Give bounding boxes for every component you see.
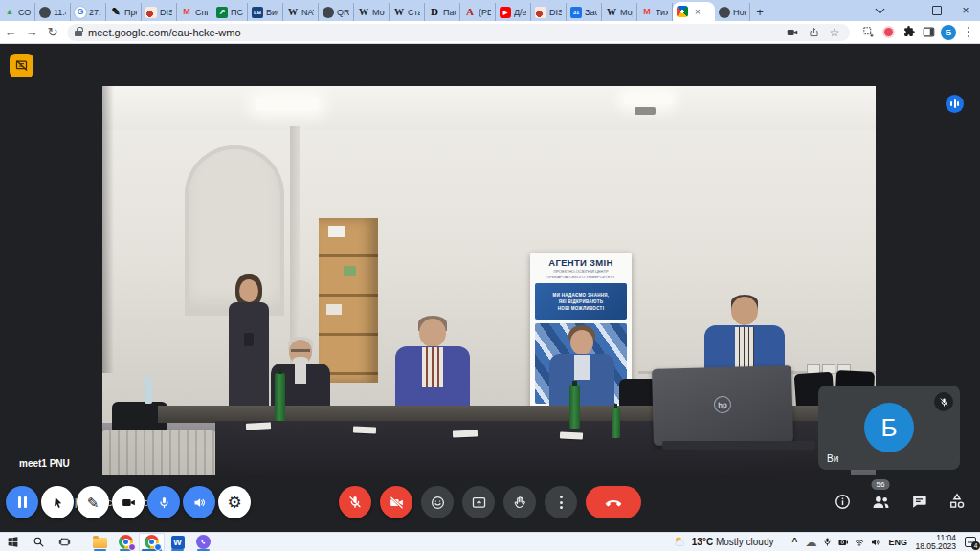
forward-button[interactable]: → [21, 22, 42, 43]
draw-tool-button[interactable]: ✎ [77, 486, 109, 518]
word-button[interactable]: W [165, 533, 190, 551]
extensions-row: Б [859, 24, 977, 41]
main-video-tile[interactable]: АГЕНТИ ЗМІН ПРОЕКТНО-ОСВІТНІЙ ЦЕНТР ПРИК… [102, 86, 876, 475]
address-bar[interactable]: meet.google.com/eau-hcke-wmo ☆ [67, 24, 850, 41]
browser-tab[interactable]: D Пас [425, 3, 460, 21]
browser-tab[interactable]: ▶ Д/е [496, 3, 531, 21]
browser-tab[interactable]: W NAT [283, 3, 319, 21]
browser-tab[interactable]: DIS [142, 3, 177, 21]
folder-icon [93, 538, 107, 548]
wall-pillar [290, 126, 300, 365]
activities-button[interactable] [946, 490, 969, 513]
recorder-settings-button[interactable]: ⚙ [218, 486, 251, 518]
mic-mute-button[interactable] [339, 486, 371, 518]
search-button[interactable] [26, 533, 52, 551]
room-ceiling [102, 86, 876, 130]
info-icon [834, 493, 852, 511]
browser-tab[interactable]: QRP [319, 3, 354, 21]
tab-title: Нов [733, 8, 746, 17]
chrome-profile2-button-active[interactable] [139, 533, 165, 551]
browser-tab[interactable]: W Мор [602, 3, 637, 21]
tab-close-icon[interactable]: × [695, 7, 701, 17]
more-options-button[interactable] [545, 486, 577, 518]
tray-camera-icon[interactable] [835, 533, 851, 551]
browser-tab[interactable]: ▲ СО [0, 3, 35, 21]
presentation-muted-warning-chip[interactable] [10, 54, 33, 77]
notification-center-button[interactable]: 4 [961, 533, 980, 551]
close-window-button[interactable]: × [951, 0, 980, 21]
browser-tab[interactable]: × [673, 2, 715, 21]
side-panel-icon[interactable] [920, 24, 937, 41]
browser-tab[interactable]: A (PD [460, 3, 496, 21]
browser-menu-kebab[interactable] [960, 24, 977, 41]
pause-recording-button[interactable] [6, 486, 38, 518]
gear-icon: ⚙ [227, 495, 241, 511]
tray-mic-icon[interactable] [819, 533, 835, 551]
no-presentation-icon [14, 58, 29, 73]
browser-tab[interactable]: M Тих [637, 3, 673, 21]
start-button[interactable] [0, 533, 26, 551]
banner-tagline-box: МИ НАДАЄМО ЗНАННЯ, ЯКІ ВІДКРИВАЮТЬ НОВІ … [535, 283, 627, 320]
minimize-button[interactable]: – [894, 0, 923, 21]
tab-title: Пас [443, 8, 456, 17]
profile-avatar[interactable]: Б [940, 24, 957, 41]
maximize-button[interactable] [923, 0, 951, 21]
browser-tab[interactable]: G 27.Е [71, 3, 106, 21]
browser-tab[interactable]: Нов [715, 3, 750, 21]
meeting-details-button[interactable] [831, 490, 854, 513]
self-view-tile[interactable]: Б Ви [818, 386, 960, 470]
back-button[interactable]: ← [0, 22, 21, 43]
bookmark-star-icon[interactable]: ☆ [827, 25, 842, 40]
present-icon [471, 495, 487, 511]
present-screen-button[interactable] [462, 486, 495, 518]
browser-tab[interactable]: ↗ ПС- [212, 3, 248, 21]
network-icon[interactable] [852, 533, 867, 551]
webcam-tool-button[interactable] [112, 486, 145, 518]
browser-tab[interactable]: LB Виб [248, 3, 283, 21]
browser-tab[interactable]: DIS [531, 3, 567, 21]
speaker-icon [192, 496, 207, 510]
chrome-profile1-button[interactable] [113, 533, 139, 551]
meet-stage: АГЕНТИ ЗМІН ПРОЕКТНО-ОСВІТНІЙ ЦЕНТР ПРИК… [0, 44, 980, 532]
browser-tab[interactable]: 11.4 [35, 3, 71, 21]
frame-edge-shadow [102, 86, 114, 373]
weather-widget[interactable]: 13°C Mostly cloudy [667, 535, 780, 549]
browser-tab[interactable]: W Ста [390, 3, 425, 21]
extensions-puzzle-icon[interactable] [900, 24, 917, 41]
laptop-logo: hp [714, 396, 731, 413]
clock[interactable]: 11:04 18.05.2023 [912, 534, 960, 551]
participants-button[interactable]: 56 [869, 490, 892, 513]
tab-search-chevron-icon[interactable] [865, 0, 894, 21]
recorder-mic-button[interactable] [147, 486, 180, 518]
radiator [102, 430, 215, 475]
browser-tab[interactable]: 31 Зас [567, 3, 602, 21]
leave-call-button[interactable] [586, 486, 641, 518]
task-view-button[interactable] [52, 533, 78, 551]
capture-extension-icon[interactable] [859, 24, 877, 41]
viber-button[interactable] [190, 533, 216, 551]
raise-hand-button[interactable] [503, 486, 536, 518]
reload-button[interactable]: ↻ [42, 22, 63, 43]
tab-title: (PD [479, 8, 491, 17]
share-icon[interactable] [806, 25, 821, 40]
url-text[interactable]: meet.google.com/eau-hcke-wmo [88, 27, 779, 38]
recorder-speaker-button[interactable] [183, 486, 215, 518]
file-explorer-button[interactable] [87, 533, 113, 551]
onedrive-cloud-icon[interactable]: ☁ [803, 533, 818, 551]
recording-extension-icon[interactable] [880, 24, 897, 41]
shelf-item [328, 226, 345, 237]
reactions-button[interactable] [421, 486, 454, 518]
chevron-down-icon [875, 5, 884, 14]
videocam-off-icon [389, 495, 405, 511]
cursor-tool-button[interactable] [41, 486, 74, 518]
browser-tab[interactable]: ✎ Про [106, 3, 142, 21]
browser-tab[interactable]: M Спи [177, 3, 212, 21]
browser-tab[interactable]: W Мос [354, 3, 390, 21]
camera-in-use-icon[interactable] [785, 25, 800, 40]
language-indicator[interactable]: ENG [884, 538, 911, 547]
camera-off-button[interactable] [380, 486, 412, 518]
chat-button[interactable] [907, 490, 930, 513]
volume-icon[interactable] [868, 533, 883, 551]
new-tab-button[interactable]: + [750, 3, 769, 21]
tray-overflow-chevron[interactable]: ^ [787, 533, 802, 551]
